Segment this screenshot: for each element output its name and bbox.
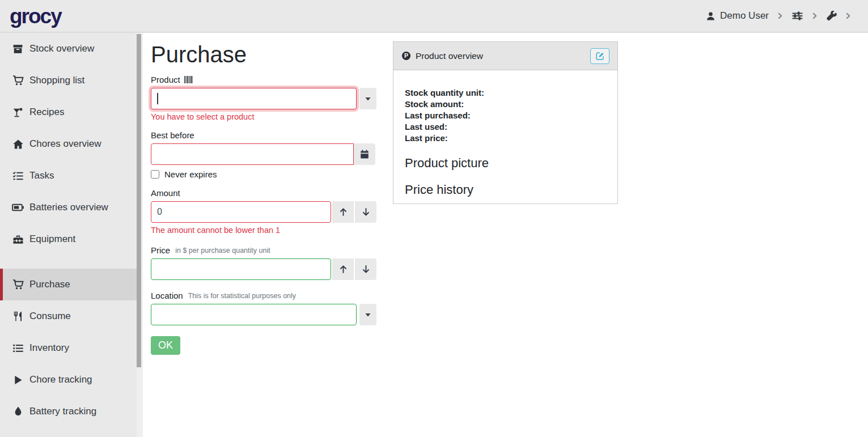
sidebar-item-equipment[interactable]: Equipment: [0, 223, 137, 255]
amount-field-group: Amount The amount cannot be lower than 1: [151, 188, 378, 235]
location-label: Location: [151, 291, 183, 300]
chevron-right-icon: [845, 12, 852, 20]
home-icon: [12, 139, 24, 149]
sidebar-item-tasks[interactable]: Tasks: [0, 160, 137, 192]
toolbox-icon: [12, 235, 24, 244]
chevron-right-icon: [811, 12, 818, 20]
calendar-icon: [360, 150, 369, 159]
sidebar-item-chore-tracking[interactable]: Chore tracking: [0, 364, 137, 396]
product-dropdown-button[interactable]: [359, 88, 376, 109]
location-dropdown-button[interactable]: [359, 304, 376, 325]
utensils-icon: [12, 311, 24, 321]
calendar-button[interactable]: [353, 143, 375, 165]
amount-input[interactable]: [151, 201, 331, 223]
sidebar-item-shopping-list[interactable]: Shopping list: [0, 65, 137, 96]
sidebar-item-label: Consume: [29, 311, 71, 322]
sidebar-item-recipes[interactable]: Recipes: [0, 96, 137, 128]
never-expires-label: Never expires: [164, 169, 217, 179]
sidebar-item-inventory[interactable]: Inventory: [0, 332, 137, 364]
sidebar-item-label: Equipment: [29, 234, 75, 245]
location-field-group: Location This is for statistical purpose…: [151, 291, 378, 325]
shopping-cart-icon: [12, 279, 24, 290]
card-header: P Product overview: [393, 42, 617, 70]
list-icon: [12, 344, 24, 353]
sidebar-item-label: Purchase: [29, 279, 70, 290]
sidebar-item-label: Recipes: [29, 107, 64, 118]
best-before-input[interactable]: [151, 143, 354, 165]
edit-product-button[interactable]: [590, 48, 609, 64]
sidebar-item-battery-tracking[interactable]: Battery tracking: [0, 396, 137, 427]
best-before-label: Best before: [151, 130, 194, 140]
sidebar-item-purchase[interactable]: Purchase: [0, 269, 137, 300]
edit-pencil-icon: [596, 52, 604, 60]
svg-text:P: P: [404, 52, 408, 59]
caret-down-icon: [365, 97, 371, 101]
page-title: Purchase: [151, 41, 378, 67]
wrench-icon: [826, 11, 837, 21]
price-increment-button[interactable]: [332, 258, 354, 280]
sidebar-scrollbar-thumb[interactable]: [137, 34, 141, 367]
price-hint: in $ per purchase quantity unit: [175, 247, 270, 254]
stock-amount-label: Stock amount:: [405, 99, 606, 110]
amount-label: Amount: [151, 188, 180, 198]
card-body: Stock quantity unit: Stock amount: Last …: [393, 70, 617, 207]
best-before-field-group: Best before Never expires: [151, 130, 378, 179]
last-used-label: Last used:: [405, 121, 606, 133]
sidebar-item-label: Battery tracking: [29, 406, 96, 417]
arrow-down-icon: [362, 265, 370, 274]
chevron-right-icon: [777, 12, 784, 20]
tasks-icon: [12, 171, 24, 180]
never-expires-checkbox[interactable]: [151, 170, 159, 179]
drop-icon: [12, 406, 24, 417]
sidebar-nav: Stock overview Shopping list Recipes Cho…: [0, 33, 143, 437]
sidebar-item-label: Tasks: [29, 170, 54, 181]
price-decrement-button[interactable]: [355, 258, 376, 280]
sidebar-item-batteries-overview[interactable]: Batteries overview: [0, 192, 137, 223]
price-field-group: Price in $ per purchase quantity unit: [151, 245, 378, 280]
shopping-cart-icon: [12, 75, 24, 86]
ok-button[interactable]: OK: [151, 336, 180, 355]
arrow-up-icon: [339, 207, 348, 217]
user-icon: [706, 11, 715, 21]
caret-down-icon: [365, 313, 371, 317]
amount-error-text: The amount cannot be lower than 1: [151, 226, 378, 235]
amount-increment-button[interactable]: [332, 201, 354, 223]
arrow-down-icon: [362, 207, 370, 217]
product-label: Product: [151, 75, 180, 84]
location-hint: This is for statistical purposes only: [188, 292, 296, 300]
product-input[interactable]: [151, 88, 357, 109]
sidebar-item-label: Inventory: [29, 342, 69, 354]
sidebar-item-label: Stock overview: [29, 43, 94, 54]
arrow-up-icon: [339, 265, 348, 274]
sidebar-item-consume[interactable]: Consume: [0, 300, 137, 332]
sidebar-item-stock-overview[interactable]: Stock overview: [0, 33, 137, 65]
last-purchased-label: Last purchased:: [405, 110, 606, 121]
last-price-label: Last price:: [405, 133, 606, 144]
main-content: Purchase Product You have: [143, 33, 868, 437]
stock-quantity-unit-label: Stock quantity unit:: [405, 87, 606, 99]
product-circle-icon: P: [401, 51, 411, 61]
product-picture-heading: Product picture: [405, 156, 606, 171]
product-field-group: Product You have to select a product: [151, 75, 378, 121]
location-input[interactable]: [151, 304, 357, 325]
sidebar-item-chores-overview[interactable]: Chores overview: [0, 128, 137, 160]
user-name-label: Demo User: [720, 10, 769, 22]
price-label: Price: [151, 245, 170, 255]
cocktail-icon: [12, 108, 24, 117]
price-input[interactable]: [151, 258, 331, 280]
sidebar-item-label: Shopping list: [29, 75, 84, 86]
product-overview-card: P Product overview Stock quantity unit: …: [393, 41, 618, 204]
grocy-logo[interactable]: grocy: [10, 6, 61, 27]
product-error-text: You have to select a product: [151, 112, 378, 121]
price-history-heading: Price history: [405, 183, 606, 197]
amount-decrement-button[interactable]: [355, 201, 376, 223]
admin-menu[interactable]: [826, 11, 837, 21]
sidebar-item-label: Chore tracking: [29, 374, 92, 385]
sliders-icon: [791, 11, 803, 21]
barcode-icon: [184, 76, 197, 83]
user-menu[interactable]: Demo User: [706, 10, 769, 22]
boxes-icon: [12, 44, 24, 54]
card-title: Product overview: [416, 51, 483, 61]
settings-menu[interactable]: [791, 11, 803, 21]
never-expires-row: Never expires: [151, 169, 378, 179]
